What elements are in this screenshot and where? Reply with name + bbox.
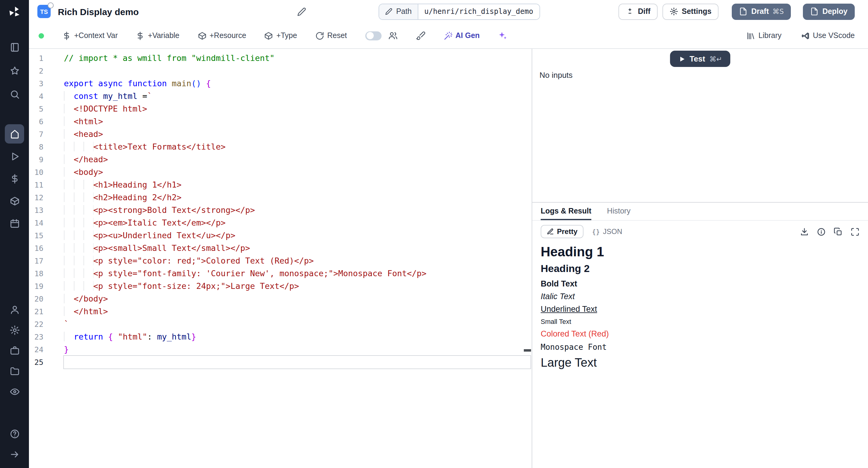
code-line[interactable]: <p style="font-size: 24px;">Large Text</… bbox=[64, 280, 530, 293]
result-header: Pretty {} JSON bbox=[541, 225, 860, 238]
path-value: u/henri/rich_display_demo bbox=[418, 4, 539, 19]
windmill-app: TS Rich Display demo Path u/henri/rich_d… bbox=[0, 0, 868, 468]
script-title: Rich Display demo bbox=[58, 6, 138, 17]
code-line[interactable]: const my_html =` bbox=[64, 90, 530, 103]
windmill-logo-icon[interactable] bbox=[0, 0, 29, 24]
format-brush-icon[interactable] bbox=[415, 31, 425, 40]
result-text-mono: Monospace Font bbox=[541, 343, 860, 352]
view-mode-switch: Pretty {} JSON bbox=[541, 225, 628, 238]
resources-icon[interactable] bbox=[5, 191, 24, 210]
code-line[interactable]: </head> bbox=[64, 153, 530, 166]
pretty-view-button[interactable]: Pretty bbox=[541, 225, 584, 238]
audit-eye-icon[interactable] bbox=[5, 382, 24, 402]
play-icon bbox=[678, 55, 685, 62]
search-icon[interactable] bbox=[5, 84, 24, 104]
reset-button[interactable]: Reset bbox=[315, 31, 347, 40]
users-icon[interactable] bbox=[388, 31, 398, 40]
copy-icon[interactable] bbox=[834, 227, 843, 236]
line-number: 18 bbox=[29, 267, 43, 280]
code-line[interactable]: <body> bbox=[64, 166, 530, 178]
folders-icon[interactable] bbox=[5, 362, 24, 381]
code-line[interactable]: <p style="font-family: 'Courier New', mo… bbox=[64, 267, 530, 280]
path-control[interactable]: Path u/henri/rich_display_demo bbox=[378, 3, 540, 20]
diff-icon bbox=[626, 7, 634, 16]
line-number: 6 bbox=[29, 115, 43, 128]
braces-icon: {} bbox=[592, 228, 600, 235]
package-icon bbox=[197, 31, 207, 40]
diff-button[interactable]: Diff bbox=[618, 3, 658, 20]
code-editor[interactable]: 1234567891011121314151617181920212223242… bbox=[29, 49, 532, 468]
json-view-button[interactable]: {} JSON bbox=[586, 225, 628, 238]
assistant-toggle[interactable] bbox=[365, 31, 381, 40]
result-text-large: Large Text bbox=[541, 356, 860, 370]
code-line[interactable]: <html> bbox=[64, 115, 530, 128]
sidebar-group-main bbox=[5, 124, 24, 233]
settings-button[interactable]: Settings bbox=[662, 3, 719, 20]
code-line[interactable] bbox=[64, 64, 530, 77]
apps-icon[interactable] bbox=[5, 37, 24, 57]
wand-icon bbox=[443, 31, 453, 40]
sparkles-icon[interactable] bbox=[498, 31, 507, 40]
ai-gen-button[interactable]: AI Gen bbox=[443, 31, 480, 40]
code-line[interactable] bbox=[64, 356, 530, 369]
line-number: 8 bbox=[29, 141, 43, 153]
home-icon[interactable] bbox=[5, 124, 24, 144]
result-text-small: Small Text bbox=[541, 318, 860, 325]
result-output: Heading 1Heading 2Bold TextItalic TextUn… bbox=[532, 240, 868, 375]
variables-icon[interactable] bbox=[5, 169, 24, 188]
header: TS Rich Display demo Path u/henri/rich_d… bbox=[29, 0, 868, 23]
code-line[interactable]: // import * as wmill from "windmill-clie… bbox=[64, 52, 530, 64]
help-icon[interactable] bbox=[5, 424, 24, 443]
code-line[interactable]: <p><u>Underlined Text</u></p> bbox=[64, 229, 530, 242]
overview-ruler-mark bbox=[524, 349, 531, 352]
line-number: 16 bbox=[29, 242, 43, 255]
code-line[interactable]: <title>Text Formats</title> bbox=[64, 141, 530, 153]
library-icon bbox=[747, 31, 755, 40]
test-button[interactable]: Test ⌘↵ bbox=[670, 51, 731, 67]
code-line[interactable]: <h2>Heading 2</h2> bbox=[64, 191, 530, 204]
assistant-toggle-group bbox=[365, 31, 398, 40]
tab-history[interactable]: History bbox=[607, 203, 630, 220]
deploy-button[interactable]: Deploy bbox=[803, 3, 855, 20]
code-line[interactable]: ` bbox=[64, 318, 530, 330]
code-line[interactable]: <p><small>Small Text</small></p> bbox=[64, 242, 530, 255]
add-resource-button[interactable]: +Resource bbox=[197, 31, 246, 40]
result-text-underline: Underlined Text bbox=[541, 304, 860, 314]
schedules-icon[interactable] bbox=[5, 213, 24, 233]
code-lines[interactable]: // import * as wmill from "windmill-clie… bbox=[64, 52, 530, 468]
code-line[interactable]: <head> bbox=[64, 128, 530, 141]
draft-button[interactable]: Draft ⌘S bbox=[732, 3, 791, 20]
collapse-sidebar-icon[interactable] bbox=[5, 444, 24, 464]
download-icon[interactable] bbox=[800, 227, 809, 236]
library-button[interactable]: Library bbox=[747, 31, 781, 40]
code-line[interactable]: } bbox=[64, 343, 530, 356]
reset-icon bbox=[315, 31, 324, 40]
settings-gear-icon[interactable] bbox=[5, 321, 24, 340]
result-text-bold: Bold Text bbox=[541, 279, 860, 288]
code-line[interactable]: </html> bbox=[64, 305, 530, 318]
add-context-var-button[interactable]: +Context Var bbox=[62, 31, 118, 40]
gear-icon bbox=[670, 7, 678, 16]
code-line[interactable]: </body> bbox=[64, 293, 530, 305]
info-icon[interactable] bbox=[817, 227, 826, 236]
code-line[interactable]: return { "html": my_html} bbox=[64, 330, 530, 343]
code-line[interactable]: <p><em>Italic Text</em></p> bbox=[64, 216, 530, 229]
code-line[interactable]: <h1>Heading 1</h1> bbox=[64, 178, 530, 191]
line-number: 21 bbox=[29, 305, 43, 318]
code-line[interactable]: <p style="color: red;">Colored Text (Red… bbox=[64, 255, 530, 267]
runs-icon[interactable] bbox=[5, 147, 24, 166]
code-line[interactable]: <!DOCTYPE html> bbox=[64, 103, 530, 115]
expand-icon[interactable] bbox=[850, 227, 860, 236]
dollar-icon bbox=[62, 31, 71, 40]
tab-logs-result[interactable]: Logs & Result bbox=[541, 203, 591, 220]
edit-summary-icon[interactable] bbox=[297, 7, 306, 16]
workers-icon[interactable] bbox=[5, 341, 24, 361]
add-type-button[interactable]: +Type bbox=[264, 31, 297, 40]
favorites-icon[interactable] bbox=[5, 61, 24, 80]
editor-gutter: 1234567891011121314151617181920212223242… bbox=[29, 52, 50, 468]
user-icon[interactable] bbox=[5, 300, 24, 320]
use-vscode-button[interactable]: Use VScode bbox=[801, 31, 855, 40]
add-variable-button[interactable]: +Variable bbox=[136, 31, 179, 40]
code-line[interactable]: export async function main() { bbox=[64, 77, 530, 90]
code-line[interactable]: <p><strong>Bold Text</strong></p> bbox=[64, 204, 530, 216]
